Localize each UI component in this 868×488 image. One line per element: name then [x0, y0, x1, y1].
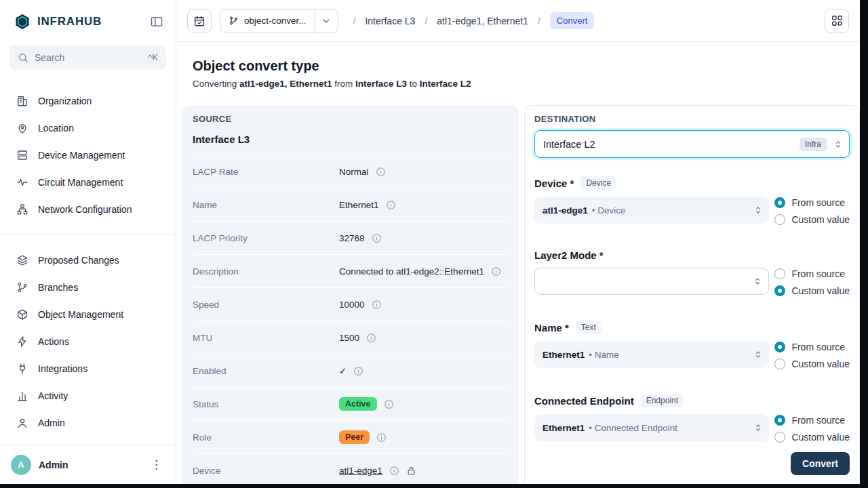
field-kind-badge: Text — [576, 321, 601, 334]
name-select[interactable]: Ethernet1 • Name — [534, 341, 769, 368]
sidebar-item-label: Actions — [38, 336, 69, 347]
plug-icon — [16, 363, 28, 375]
select-value-kind: • Name — [589, 350, 619, 360]
sidebar-nav: Organization Location Device Management … — [0, 70, 176, 445]
attribute-label: Role — [193, 432, 339, 443]
select-value-kind: • Connected Endpoint — [589, 423, 677, 433]
sidebar-item-label: Network Configuration — [38, 204, 132, 215]
info-icon[interactable] — [353, 366, 363, 376]
sidebar-item-network-configuration[interactable]: Network Configuration — [0, 196, 176, 223]
info-icon[interactable] — [366, 333, 376, 343]
radio-from-source[interactable]: From source — [774, 197, 850, 208]
radio-dot — [774, 415, 785, 426]
info-icon[interactable] — [372, 300, 382, 310]
sidebar-item-activity[interactable]: Activity — [0, 382, 176, 409]
apps-menu-button[interactable] — [825, 9, 849, 33]
user-icon — [16, 417, 28, 429]
sidebar-item-organization[interactable]: Organization — [0, 87, 176, 115]
radio-dot — [774, 342, 785, 352]
radio-dot — [774, 197, 785, 208]
search-input[interactable]: Search ^K — [9, 45, 166, 70]
cube-icon — [16, 308, 28, 321]
lightning-icon — [16, 336, 28, 348]
radio-custom-value[interactable]: Custom value — [774, 432, 850, 443]
sidebar-item-label: Location — [38, 123, 74, 134]
branch-selector[interactable]: object-conver... — [220, 9, 338, 33]
breadcrumb-item-object[interactable]: atl1-edge1, Ethernet1 — [437, 16, 528, 26]
sidebar-item-circuit-management[interactable]: Circuit Management — [0, 169, 176, 196]
breadcrumb-item-convert[interactable]: Convert — [550, 12, 595, 29]
sidebar-item-location[interactable]: Location — [0, 115, 176, 142]
connected-endpoint-select[interactable]: Ethernet1 • Connected Endpoint — [534, 414, 769, 441]
sidebar-item-branches[interactable]: Branches — [0, 274, 176, 301]
info-icon[interactable] — [386, 200, 396, 210]
subtitle-destination-type: Interface L2 — [420, 79, 471, 89]
source-attribute-list: LACP Rate Normal Name Ethernet1 LACP Pri… — [193, 155, 508, 484]
source-row-description: Description Connected to atl1-edge2::Eth… — [193, 255, 508, 288]
radio-dot — [774, 268, 785, 279]
attribute-label: Status — [193, 399, 339, 409]
convert-button[interactable]: Convert — [791, 452, 850, 475]
user-menu-button[interactable]: ⋮ — [144, 455, 169, 474]
info-icon[interactable] — [372, 233, 382, 243]
destination-type-select[interactable]: Interface L2 Infra — [534, 130, 850, 158]
sidebar-item-admin[interactable]: Admin — [0, 409, 176, 436]
device-select[interactable]: atl1-edge1 • Device — [534, 197, 769, 224]
source-row-lacp-priority: LACP Priority 32768 — [193, 222, 508, 255]
sidebar-item-actions[interactable]: Actions — [0, 328, 176, 355]
search-icon — [18, 52, 28, 63]
logo-row: INFRAHUB — [0, 0, 176, 43]
subtitle-object: atl1-edge1, Ethernet1 — [239, 79, 332, 89]
destination-header: DESTINATION — [534, 114, 850, 124]
search-shortcut: ^K — [148, 52, 158, 62]
device-link[interactable]: atl1-edge1 — [339, 466, 382, 476]
circuit-pulse-icon — [16, 176, 28, 188]
info-icon[interactable] — [491, 266, 501, 277]
field-connected-endpoint: Connected Endpoint Endpoint Ethernet1 • … — [534, 394, 850, 443]
field-kind-badge: Endpoint — [641, 394, 684, 407]
time-travel-button[interactable] — [187, 9, 212, 33]
radio-label: Custom value — [791, 432, 850, 443]
apps-grid-icon — [831, 14, 844, 27]
radio-from-source[interactable]: From source — [774, 268, 850, 279]
source-row-lacp-rate: LACP Rate Normal — [193, 155, 508, 188]
infrahub-logo-icon — [14, 13, 31, 30]
source-header: SOURCE — [193, 114, 508, 124]
calendar-check-icon — [193, 15, 205, 27]
info-icon[interactable] — [384, 399, 394, 409]
source-type: Interface L3 — [193, 134, 508, 145]
sidebar-item-object-management[interactable]: Object Management — [0, 301, 176, 328]
sidebar-item-label: Activity — [38, 390, 68, 401]
field-label: Device * — [534, 178, 574, 189]
sidebar-item-proposed-changes[interactable]: Proposed Changes — [0, 247, 176, 274]
layer2-mode-select[interactable] — [534, 268, 769, 295]
info-icon[interactable] — [389, 466, 399, 476]
source-row-status: Status Active — [193, 388, 508, 421]
select-value: Ethernet1 — [542, 423, 585, 433]
radio-custom-value[interactable]: Custom value — [774, 214, 850, 225]
attribute-label: Speed — [193, 300, 339, 310]
radio-from-source[interactable]: From source — [774, 342, 850, 352]
git-branch-icon — [229, 16, 239, 26]
topbar: object-conver... / Interface L3 / atl1-e… — [176, 0, 860, 42]
breadcrumb-separator: / — [425, 16, 427, 26]
info-icon[interactable] — [376, 167, 386, 177]
branch-dropdown-toggle[interactable] — [315, 9, 338, 33]
git-branch-icon — [16, 281, 28, 293]
source-row-role: Role Peer — [193, 421, 508, 454]
info-icon[interactable] — [376, 432, 387, 443]
sidebar-item-label: Circuit Management — [38, 177, 123, 188]
radio-custom-value[interactable]: Custom value — [774, 285, 850, 296]
page-title: Object convert type — [193, 58, 844, 74]
sidebar-item-integrations[interactable]: Integrations — [0, 355, 176, 382]
select-stepper-icon — [753, 349, 764, 360]
radio-from-source[interactable]: From source — [774, 415, 850, 426]
collapse-sidebar-button[interactable] — [147, 12, 166, 31]
collapse-panel-icon — [150, 15, 163, 28]
radio-custom-value[interactable]: Custom value — [774, 359, 850, 369]
select-value: Ethernet1 — [542, 350, 585, 360]
namespace-badge: Infra — [800, 138, 827, 151]
breadcrumb-item-interface-l3[interactable]: Interface L3 — [365, 16, 415, 26]
radio-dot — [774, 432, 785, 443]
sidebar-item-device-management[interactable]: Device Management — [0, 142, 176, 169]
